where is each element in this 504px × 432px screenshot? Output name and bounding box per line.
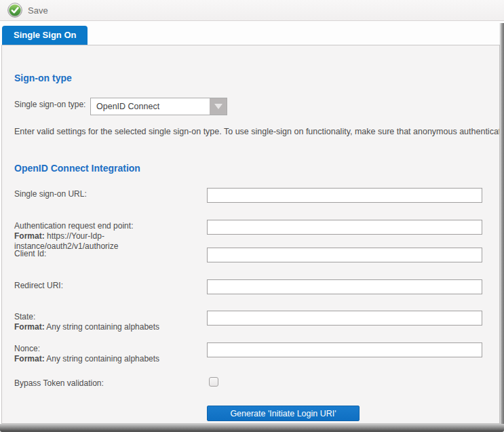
save-button[interactable]: Save: [6, 1, 52, 19]
single-sign-on-url-field[interactable]: [207, 188, 482, 203]
section-heading-sign-on-type: Sign-on type: [14, 73, 72, 83]
sign-on-type-selected-value: OpenID Connect: [91, 102, 210, 111]
settings-window: Save Single Sign On Sign-on type Single …: [0, 0, 504, 432]
field-label: Single sign-on URL:: [14, 189, 206, 199]
tab-bar: Single Sign On: [2, 26, 88, 45]
content-panel: Sign-on type Single sign-on type: OpenID…: [1, 45, 500, 424]
chevron-down-icon: [214, 104, 222, 109]
field-label: Bypass Token validation:: [14, 378, 206, 389]
auth-request-endpoint-field[interactable]: [207, 220, 482, 235]
nonce-field[interactable]: [207, 342, 482, 357]
sign-on-type-label: Single sign-on type:: [14, 100, 85, 109]
field-label: Authentication request end point:: [14, 221, 206, 231]
field-format-hint: Format: Any string containing alphabets: [14, 354, 206, 364]
state-field[interactable]: [207, 311, 482, 326]
bypass-token-validation-checkbox[interactable]: [209, 377, 218, 387]
generate-initiate-login-uri-button[interactable]: Generate 'Initiate Login URI': [207, 406, 360, 421]
field-label: Redirect URI:: [14, 281, 206, 291]
toolbar: Save: [0, 0, 504, 21]
field-label: Client Id:: [14, 249, 206, 259]
window-bottom-edge: [0, 424, 504, 432]
sign-on-description: Enter valid settings for the selected si…: [14, 127, 499, 136]
field-label: Nonce:: [14, 344, 206, 354]
field-format-hint: Format: Any string containing alphabets: [14, 322, 206, 332]
dropdown-arrow-button[interactable]: [210, 98, 227, 115]
save-check-icon: [7, 3, 22, 18]
client-id-field[interactable]: [207, 248, 482, 262]
redirect-uri-field[interactable]: [207, 279, 482, 294]
field-label: State:: [14, 312, 206, 322]
window-right-edge: [499, 23, 504, 425]
tab-single-sign-on[interactable]: Single Sign On: [2, 26, 88, 45]
section-heading-openid-integration: OpenID Connect Integration: [14, 163, 140, 174]
sign-on-type-select[interactable]: OpenID Connect: [90, 98, 227, 115]
save-button-label: Save: [28, 5, 48, 16]
